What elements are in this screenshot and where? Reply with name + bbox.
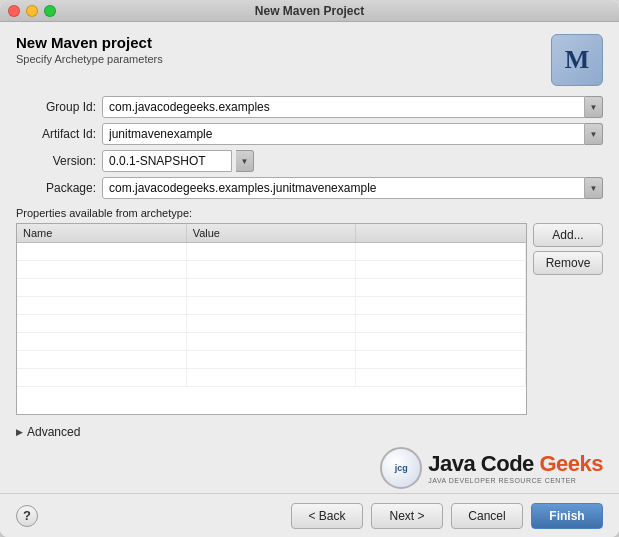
table-row (17, 261, 526, 279)
version-label: Version: (16, 154, 96, 168)
main-window: New Maven Project New Maven project Spec… (0, 0, 619, 537)
col-name-header: Name (17, 224, 187, 242)
help-button[interactable]: ? (16, 505, 38, 527)
finish-button[interactable]: Finish (531, 503, 603, 529)
package-label: Package: (16, 181, 96, 195)
advanced-label: Advanced (27, 425, 80, 439)
table-row (17, 351, 526, 369)
properties-container: Name Value (16, 223, 603, 415)
triangle-icon: ▶ (16, 427, 23, 437)
jcg-sub-text: JAVA DEVELOPER RESOURCE CENTER (428, 477, 603, 484)
page-title: New Maven project (16, 34, 163, 51)
group-id-field-row: ▼ (102, 96, 603, 118)
package-input[interactable] (102, 177, 585, 199)
jcg-geeks-text: Geeks (539, 451, 603, 476)
col-extra-header (356, 224, 526, 242)
package-dropdown-arrow[interactable]: ▼ (585, 177, 603, 199)
table-row (17, 279, 526, 297)
group-id-input[interactable] (102, 96, 585, 118)
jcg-logo-circle: jcg (380, 447, 422, 489)
group-id-dropdown-arrow[interactable]: ▼ (585, 96, 603, 118)
maven-icon: M (551, 34, 603, 86)
window-controls (8, 5, 56, 17)
jcg-text: Java Code Geeks JAVA DEVELOPER RESOURCE … (428, 453, 603, 484)
table-row (17, 333, 526, 351)
back-button[interactable]: < Back (291, 503, 363, 529)
table-row (17, 243, 526, 261)
properties-section: Properties available from archetype: Nam… (16, 207, 603, 415)
close-button[interactable] (8, 5, 20, 17)
table-row (17, 315, 526, 333)
header-text: New Maven project Specify Archetype para… (16, 34, 163, 65)
add-button[interactable]: Add... (533, 223, 603, 247)
page-subtitle: Specify Archetype parameters (16, 53, 163, 65)
version-input[interactable] (102, 150, 232, 172)
window-title: New Maven Project (255, 4, 364, 18)
remove-button[interactable]: Remove (533, 251, 603, 275)
jcg-branding: jcg Java Code Geeks JAVA DEVELOPER RESOU… (16, 443, 603, 493)
advanced-section[interactable]: ▶ Advanced (16, 421, 603, 443)
version-field-row: ▼ (102, 150, 603, 172)
artifact-id-label: Artifact Id: (16, 127, 96, 141)
footer-left: ? (16, 505, 38, 527)
properties-label: Properties available from archetype: (16, 207, 603, 219)
properties-buttons: Add... Remove (533, 223, 603, 415)
artifact-id-field-row: ▼ (102, 123, 603, 145)
properties-table: Name Value (16, 223, 527, 415)
jcg-main-text: Java Code Geeks (428, 453, 603, 475)
table-body[interactable] (17, 243, 526, 414)
table-row (17, 369, 526, 387)
package-field-row: ▼ (102, 177, 603, 199)
group-id-label: Group Id: (16, 100, 96, 114)
cancel-button[interactable]: Cancel (451, 503, 523, 529)
next-button[interactable]: Next > (371, 503, 443, 529)
page-header: New Maven project Specify Archetype para… (16, 34, 603, 86)
minimize-button[interactable] (26, 5, 38, 17)
title-bar: New Maven Project (0, 0, 619, 22)
footer-right: < Back Next > Cancel Finish (291, 503, 603, 529)
artifact-id-dropdown-arrow[interactable]: ▼ (585, 123, 603, 145)
table-header: Name Value (17, 224, 526, 243)
version-dropdown-arrow[interactable]: ▼ (236, 150, 254, 172)
content-area: New Maven project Specify Archetype para… (0, 22, 619, 493)
maximize-button[interactable] (44, 5, 56, 17)
footer: ? < Back Next > Cancel Finish (0, 493, 619, 537)
form-fields: Group Id: ▼ Artifact Id: ▼ Version: ▼ Pa… (16, 96, 603, 199)
artifact-id-input[interactable] (102, 123, 585, 145)
col-value-header: Value (187, 224, 357, 242)
table-row (17, 297, 526, 315)
